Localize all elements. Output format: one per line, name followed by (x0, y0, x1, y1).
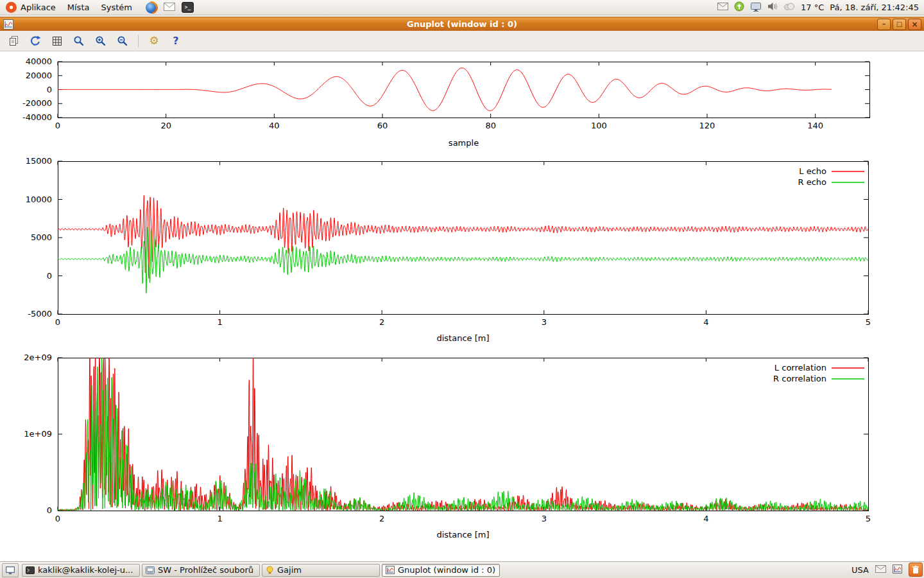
mail-tray-icon[interactable] (717, 3, 728, 12)
gnuplot-window-icon (3, 19, 13, 30)
terminal-launcher-icon[interactable] (182, 2, 194, 13)
show-desktop-icon (6, 566, 15, 574)
svg-text:0: 0 (55, 121, 60, 130)
svg-text:R correlation: R correlation (773, 374, 826, 383)
plot-canvas-sample[interactable]: 020406080100120140-40000-200000200004000… (0, 57, 924, 153)
config-wrench-icon: ⚙ (149, 35, 158, 46)
keyboard-layout-indicator[interactable]: USA (851, 565, 869, 575)
toolbar-separator (138, 35, 139, 48)
svg-text:2: 2 (379, 514, 384, 523)
svg-text:0: 0 (55, 317, 60, 327)
plot-content-area: 020406080100120140-40000-200000200004000… (0, 51, 924, 561)
window-title: Gnuplot (window id : 0) (0, 19, 924, 29)
zoom-in-button[interactable] (92, 33, 109, 49)
display-icon[interactable] (750, 2, 762, 13)
svg-text:1: 1 (217, 317, 222, 327)
maximize-button[interactable] (893, 19, 906, 30)
close-button[interactable] (908, 19, 921, 30)
zoom-out-button[interactable] (114, 33, 131, 49)
mail-launcher-icon[interactable] (164, 3, 175, 13)
svg-text:4: 4 (703, 317, 708, 327)
updates-icon[interactable] (734, 1, 744, 13)
menu-places-label: Místa (67, 3, 90, 12)
gnuplot-titlebar[interactable]: Gnuplot (window id : 0) (0, 17, 924, 31)
panel-tray: 17 °C Pá, 18. září, 21:42:45 (717, 1, 924, 13)
svg-text:-5000: -5000 (28, 309, 52, 319)
menu-applications[interactable]: Aplikace (0, 0, 62, 15)
replot-button[interactable] (27, 33, 44, 49)
svg-text:L echo: L echo (799, 166, 826, 176)
chart-tray-icon[interactable] (893, 565, 902, 575)
weather-icon[interactable] (783, 3, 795, 12)
task-button-gnuplot[interactable]: Gnuplot (window id : 0) (382, 564, 500, 577)
task-button-terminal[interactable]: kaklik@kaklik-kolej-u... (22, 564, 140, 577)
task-button-label: SW - Prohlížeč souborů (158, 565, 256, 575)
svg-text:3: 3 (542, 317, 547, 327)
copy-button[interactable] (5, 33, 22, 49)
svg-text:10000: 10000 (26, 195, 52, 204)
volume-icon[interactable] (767, 2, 778, 13)
svg-text:2: 2 (379, 317, 384, 327)
temperature-applet[interactable]: 17 °C (801, 3, 824, 12)
panel-launchers (146, 2, 194, 13)
plot-canvas-echo[interactable]: 012345-5000050001000015000distance [m]L … (0, 154, 924, 347)
svg-text:40: 40 (269, 121, 280, 130)
menu-places[interactable]: Místa (62, 0, 96, 15)
task-button-label: Gajim (277, 565, 376, 575)
help-icon (173, 36, 178, 46)
help-button[interactable] (167, 33, 184, 49)
window-controls (877, 19, 921, 30)
zoom-previous-button[interactable] (71, 33, 87, 49)
clock-applet[interactable]: Pá, 18. září, 21:42:45 (830, 3, 919, 12)
config-button[interactable]: ⚙ (146, 33, 162, 49)
svg-text:100: 100 (591, 121, 607, 130)
mail-notification-icon[interactable] (875, 565, 886, 575)
ubuntu-logo-icon (6, 2, 17, 13)
zoom-in-icon (95, 35, 107, 47)
copy-icon (8, 35, 19, 46)
svg-text:R echo: R echo (798, 177, 826, 187)
svg-text:1: 1 (217, 514, 222, 523)
svg-text:80: 80 (485, 121, 496, 130)
svg-text:L correlation: L correlation (774, 363, 826, 372)
plot-canvas-correlation[interactable]: 01234501e+092e+09distance [m]L correlati… (0, 351, 924, 544)
svg-text:20000: 20000 (26, 71, 52, 80)
svg-text:0: 0 (55, 514, 60, 523)
svg-text:0: 0 (47, 271, 52, 281)
svg-text:5: 5 (866, 514, 871, 523)
gajim-icon (266, 566, 274, 574)
gnuplot-toolbar: ⚙ (0, 31, 924, 51)
svg-text:60: 60 (377, 121, 388, 130)
show-desktop-button[interactable] (2, 563, 19, 577)
svg-text:20: 20 (160, 121, 171, 130)
svg-text:distance [m]: distance [m] (436, 530, 489, 539)
menu-system[interactable]: Systém (95, 0, 137, 15)
file-manager-icon (146, 566, 155, 574)
task-button-gajim[interactable]: Gajim (262, 564, 380, 577)
grid-button[interactable] (49, 33, 65, 49)
svg-text:5: 5 (866, 317, 871, 327)
menu-system-label: Systém (101, 3, 132, 12)
task-button-label: kaklik@kaklik-kolej-u... (38, 565, 136, 575)
task-button-label: Gnuplot (window id : 0) (398, 565, 496, 575)
menu-applications-label: Aplikace (21, 3, 56, 12)
svg-text:0: 0 (47, 505, 52, 515)
svg-text:0: 0 (47, 85, 52, 94)
terminal-task-icon (26, 566, 35, 574)
firefox-launcher-icon[interactable] (146, 2, 157, 13)
svg-text:distance [m]: distance [m] (436, 333, 489, 343)
trash-applet[interactable] (909, 563, 923, 577)
minimize-button[interactable] (877, 19, 891, 30)
svg-text:2e+09: 2e+09 (24, 353, 52, 362)
zoom-out-icon (117, 35, 128, 47)
task-button-file-manager[interactable]: SW - Prohlížeč souborů (142, 564, 260, 577)
zoom-previous-icon (73, 35, 85, 47)
svg-text:120: 120 (699, 121, 715, 130)
svg-text:sample: sample (449, 138, 479, 148)
grid-icon (52, 36, 62, 46)
svg-text:40000: 40000 (26, 57, 52, 66)
svg-text:-20000: -20000 (22, 98, 52, 108)
svg-text:140: 140 (807, 121, 823, 130)
gnuplot-task-icon (386, 566, 395, 574)
svg-text:1e+09: 1e+09 (24, 429, 52, 439)
